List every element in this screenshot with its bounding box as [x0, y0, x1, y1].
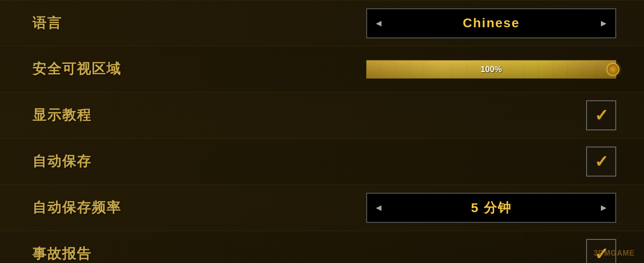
autosave-check-icon: ✓ — [594, 153, 608, 170]
autosave-frequency-right-arrow[interactable]: ► — [592, 194, 615, 222]
language-right-arrow[interactable]: ► — [592, 9, 615, 37]
autosave-frequency-label: 自动保存频率 — [32, 198, 121, 217]
autosave-frequency-left-arrow[interactable]: ◄ — [367, 194, 390, 222]
show-tutorial-label: 显示教程 — [32, 106, 92, 125]
autosave-row: 自动保存 ✓ — [0, 139, 644, 185]
autosave-control: ✓ — [586, 147, 616, 177]
crash-report-label: 事故报告 — [32, 245, 92, 263]
crash-report-row: 事故报告 ✓ — [0, 231, 644, 263]
language-row: 语言 ◄ Chinese ► — [0, 0, 644, 46]
autosave-checkbox[interactable]: ✓ — [586, 147, 616, 177]
watermark: 3DMGAME — [594, 249, 635, 257]
language-control: ◄ Chinese ► — [366, 8, 616, 38]
autosave-frequency-value: 5 分钟 — [390, 199, 592, 217]
language-label: 语言 — [32, 14, 62, 33]
language-value: Chinese — [390, 16, 592, 31]
settings-container: 语言 ◄ Chinese ► 安全可视区域 100% 显示教程 ✓ — [0, 0, 644, 263]
show-tutorial-row: 显示教程 ✓ — [0, 92, 644, 139]
slider-thumb[interactable] — [606, 63, 619, 76]
safe-area-slider[interactable]: 100% — [366, 59, 616, 80]
safe-area-label: 安全可视区域 — [32, 60, 121, 79]
autosave-label: 自动保存 — [32, 152, 92, 171]
show-tutorial-check-icon: ✓ — [594, 107, 608, 124]
autosave-frequency-row: 自动保存频率 ◄ 5 分钟 ► — [0, 185, 644, 231]
show-tutorial-control: ✓ — [586, 100, 616, 130]
autosave-frequency-selector[interactable]: ◄ 5 分钟 ► — [366, 193, 616, 223]
safe-area-row: 安全可视区域 100% — [0, 46, 644, 92]
show-tutorial-checkbox[interactable]: ✓ — [586, 100, 616, 130]
language-selector[interactable]: ◄ Chinese ► — [366, 8, 616, 38]
safe-area-control: 100% — [366, 59, 616, 80]
slider-track[interactable]: 100% — [366, 60, 616, 79]
autosave-frequency-control: ◄ 5 分钟 ► — [366, 193, 616, 223]
slider-percentage: 100% — [481, 64, 502, 74]
language-left-arrow[interactable]: ◄ — [367, 9, 390, 37]
